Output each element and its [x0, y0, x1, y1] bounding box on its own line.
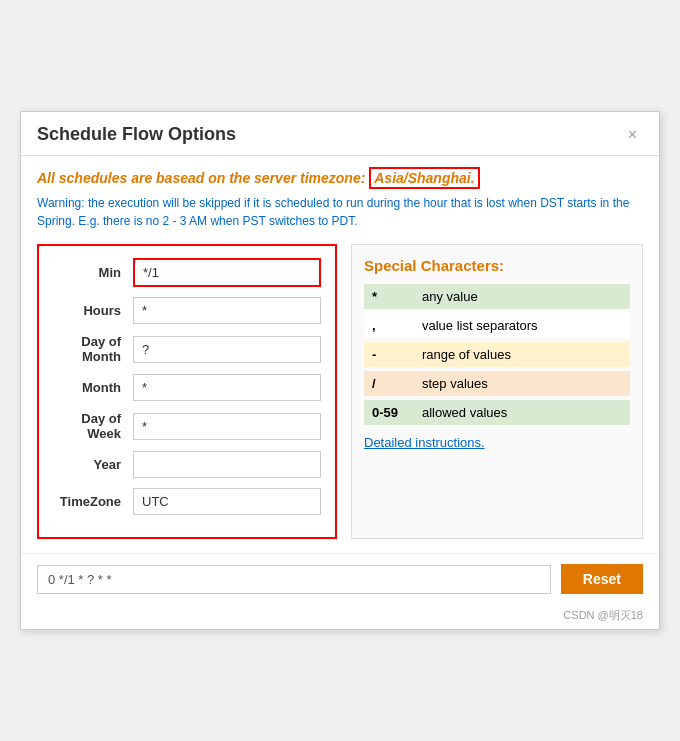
char-row: *any value: [364, 284, 630, 309]
close-button[interactable]: ×: [622, 125, 643, 145]
char-desc: any value: [422, 289, 622, 304]
detailed-instructions-link[interactable]: Detailed instructions.: [364, 435, 630, 450]
field-input-6[interactable]: [133, 488, 321, 515]
special-chars-title: Special Characters:: [364, 257, 630, 274]
char-row: 0-59allowed values: [364, 400, 630, 425]
field-label-year: Year: [53, 457, 133, 472]
field-input-0[interactable]: [133, 258, 321, 287]
field-label-timezone: TimeZone: [53, 494, 133, 509]
char-row: /step values: [364, 371, 630, 396]
field-input-5[interactable]: [133, 451, 321, 478]
field-label-day-of-month: Day of Month: [53, 334, 133, 364]
cron-preview-input[interactable]: [37, 565, 551, 594]
warning-text: Warning: the execution will be skipped i…: [37, 194, 643, 230]
char-symbol: /: [372, 376, 422, 391]
timezone-value: Asia/Shanghai.: [369, 167, 479, 189]
field-label-hours: Hours: [53, 303, 133, 318]
char-desc: value list separators: [422, 318, 622, 333]
field-row: Day of Month: [53, 334, 321, 364]
timezone-prefix: All schedules are basead on the server t…: [37, 170, 369, 186]
watermark: CSDN @明灭18: [21, 604, 659, 629]
fields-panel: MinHoursDay of MonthMonthDay of WeekYear…: [37, 244, 337, 539]
char-symbol: -: [372, 347, 422, 362]
dialog-header: Schedule Flow Options ×: [21, 112, 659, 156]
field-row: TimeZone: [53, 488, 321, 515]
field-row: Min: [53, 258, 321, 287]
field-label-min: Min: [53, 265, 133, 280]
field-input-4[interactable]: [133, 413, 321, 440]
char-desc: range of values: [422, 347, 622, 362]
char-desc: step values: [422, 376, 622, 391]
dialog-body: All schedules are basead on the server t…: [21, 156, 659, 553]
schedule-flow-dialog: Schedule Flow Options × All schedules ar…: [20, 111, 660, 630]
field-row: Hours: [53, 297, 321, 324]
char-symbol: 0-59: [372, 405, 422, 420]
dialog-footer: Reset: [21, 553, 659, 604]
char-desc: allowed values: [422, 405, 622, 420]
main-content: MinHoursDay of MonthMonthDay of WeekYear…: [37, 244, 643, 539]
field-input-3[interactable]: [133, 374, 321, 401]
field-label-month: Month: [53, 380, 133, 395]
dialog-title: Schedule Flow Options: [37, 124, 236, 145]
char-symbol: ,: [372, 318, 422, 333]
timezone-notice: All schedules are basead on the server t…: [37, 170, 643, 186]
field-row: Month: [53, 374, 321, 401]
field-row: Year: [53, 451, 321, 478]
field-input-1[interactable]: [133, 297, 321, 324]
special-chars-panel: Special Characters: *any value,value lis…: [351, 244, 643, 539]
field-label-day-of-week: Day of Week: [53, 411, 133, 441]
field-input-2[interactable]: [133, 336, 321, 363]
field-row: Day of Week: [53, 411, 321, 441]
reset-button[interactable]: Reset: [561, 564, 643, 594]
char-symbol: *: [372, 289, 422, 304]
char-row: -range of values: [364, 342, 630, 367]
char-row: ,value list separators: [364, 313, 630, 338]
